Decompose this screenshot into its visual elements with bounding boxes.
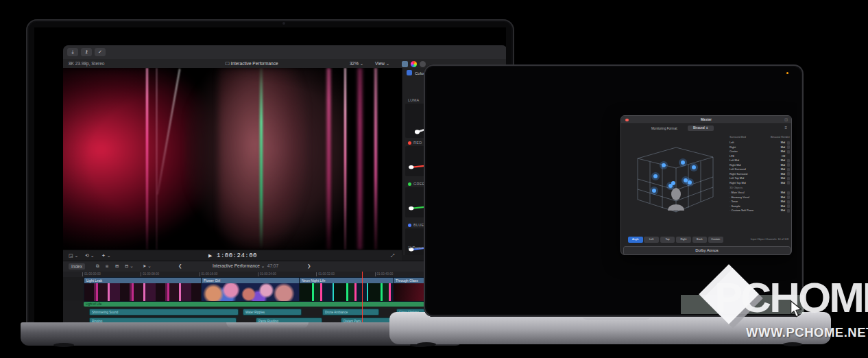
timeline-ruler-tick: 01:00:08:00 — [141, 272, 159, 276]
multicam-icon[interactable] — [402, 61, 408, 67]
check-icon[interactable]: ✓ — [95, 48, 106, 56]
objects-header: 3D Objects — [730, 186, 790, 191]
clip-thumbnail — [202, 283, 300, 301]
view-button-custom[interactable]: Custom — [708, 237, 723, 243]
curve-channel-label[interactable]: LUMA — [408, 98, 419, 102]
view-button-left[interactable]: Left — [644, 237, 659, 243]
view-button-angle[interactable]: Angle — [628, 237, 643, 243]
mic-indicator-dot — [786, 72, 788, 74]
effects-tool-icon[interactable]: ✦ ⌄ — [101, 253, 111, 259]
retime-tool-icon[interactable]: ⟲ ⌄ — [85, 253, 95, 259]
play-icon[interactable]: ▶ — [208, 253, 212, 259]
info-icon[interactable] — [420, 61, 426, 67]
crop-tool-icon[interactable]: ◲ ⌄ — [69, 253, 78, 259]
timeline-audio-clip[interactable]: Water Ripples — [243, 309, 302, 315]
timeline-video-clip[interactable]: Flower Girl — [201, 277, 300, 302]
timeline-ruler-tick: 01:00:00:00 — [82, 272, 101, 276]
timeline-ruler-tick: 01:00:32:00 — [316, 272, 335, 276]
view-button-back[interactable]: Back — [692, 237, 708, 243]
view-button-right[interactable]: Right — [676, 237, 691, 243]
clip-title: Flower Girl — [202, 278, 300, 283]
macbook-14-base — [389, 312, 831, 344]
fcp-playhead[interactable] — [362, 272, 363, 322]
product-photo-stage: ⤓ ⚷ ✓ 8K 23.98p, Stereo 🖵 Interactive Pe… — [0, 0, 868, 358]
keyer-icon[interactable]: ⚷ — [81, 48, 92, 56]
hamburger-menu-icon[interactable]: ≡ — [784, 126, 787, 130]
monitoring-format-label: Monitoring Format: — [651, 127, 678, 130]
link-icon[interactable]: ◫ — [784, 117, 788, 121]
bed-channel-row[interactable]: Right Top MidMid — [730, 181, 790, 186]
object-channel-row[interactable]: ◦ Custom Soft PianoMid — [730, 208, 790, 213]
overwrite-clip-icon[interactable]: ⊟ ⌄ — [125, 263, 134, 269]
import-icon[interactable]: ⤓ — [67, 48, 78, 56]
viewer-timecode: 1:00:24:00 — [217, 252, 257, 259]
laptop-foot — [783, 342, 802, 346]
timeline-project-title[interactable]: Interactive Performance ⌄ 47:07 — [191, 263, 300, 269]
clip-format-label: 8K 23.98p, Stereo — [69, 61, 104, 66]
timeline-ruler-tick: 01:00:16:00 — [200, 272, 218, 276]
camera-dot — [282, 22, 285, 25]
view-button-top[interactable]: Top — [660, 237, 675, 243]
timeline-video-clip[interactable]: Light Leak — [84, 277, 202, 302]
monitoring-format-dropdown[interactable]: Binaural ⇕ — [688, 126, 714, 131]
prev-item-icon[interactable]: ❮ — [178, 263, 182, 269]
zoom-level-dropdown[interactable]: 32% ⌄ — [350, 61, 363, 67]
clip-title: Light Leak — [84, 278, 202, 283]
plugin-window-titlebar[interactable]: Master ◫ — [621, 116, 791, 124]
arrow-tool-icon[interactable]: ➤ ⌄ — [143, 263, 152, 269]
timeline-audio-clip[interactable]: Pants Rustling — [256, 318, 322, 322]
dolby-atmos-master-window[interactable]: Master ◫ Monitoring Format: Binaural ⇕ ≡ — [620, 115, 792, 255]
laptop-foot — [53, 343, 74, 347]
next-item-icon[interactable]: ❯ — [307, 263, 311, 269]
viewer-title: 🖵 Interactive Performance — [186, 61, 317, 67]
timeline-audio-clip[interactable]: Shimmering Sound — [89, 309, 239, 315]
clip-title: Neon Night Life — [300, 278, 394, 283]
plugin-window-title: Master — [621, 116, 791, 123]
viewer-art-vignette — [63, 68, 402, 250]
view-dropdown[interactable]: View ⌄ — [375, 61, 389, 67]
close-window-icon[interactable] — [625, 119, 629, 122]
index-button[interactable]: Index — [69, 263, 85, 270]
timeline-ruler-tick: 01:00:24:00 — [258, 272, 276, 276]
laptop-foot — [417, 342, 436, 346]
atmos-3d-room-view[interactable] — [628, 134, 723, 224]
insert-clip-icon[interactable]: ⧈ — [106, 263, 108, 269]
channel-list-header: Surround BedBinaural Render — [730, 135, 790, 140]
fcp-viewer-image — [63, 68, 402, 250]
lid-notch — [226, 322, 309, 329]
clip-thumbnail — [300, 283, 394, 301]
fcp-toolbar: ⤓ ⚷ ✓ — [63, 45, 506, 59]
append-clip-icon[interactable]: ⊞ — [115, 263, 119, 269]
plugin-name-bar: Dolby Atmos — [623, 246, 791, 255]
timeline-audio-clip[interactable]: Drone Ambiance — [322, 309, 379, 315]
input-object-channels-info: Input Object Channels: 10 of 118 — [751, 238, 788, 241]
timeline-audio-clip[interactable]: Ringing — [89, 318, 237, 322]
timeline-ruler-tick: 01:00:40:00 — [375, 272, 394, 276]
color-wheel-icon[interactable] — [411, 61, 417, 67]
viewer-control-bar: ◲ ⌄ ⟲ ⌄ ✦ ⌄ ▶ 1:00:24:00 ⤢ — [63, 250, 402, 261]
connect-clip-icon[interactable]: ⧉ — [96, 263, 99, 269]
timeline-video-clip[interactable]: Neon Night Life — [299, 277, 394, 302]
clip-thumbnail — [84, 283, 202, 301]
fullscreen-icon[interactable]: ⤢ — [391, 253, 395, 259]
curves-effect-icon — [407, 70, 412, 75]
